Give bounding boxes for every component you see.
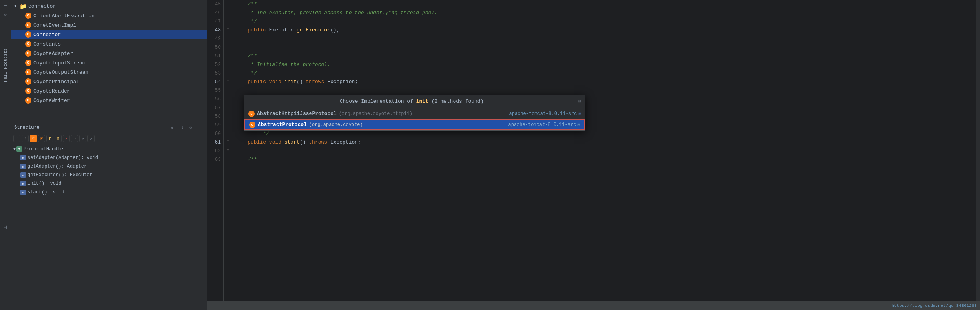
- struct-item-set-adapter[interactable]: m setAdapter(Adapter): void: [11, 153, 207, 162]
- filter-circle[interactable]: ○: [71, 135, 78, 142]
- structure-panel-header: Structure ⇅ ↑↓ ⚙ —: [11, 122, 207, 133]
- pull-requests-tab[interactable]: Pull Requests: [3, 48, 8, 82]
- popup-item-pkg-1: (org.apache.coyote.http11): [339, 109, 412, 118]
- tree-item-coyote-writer[interactable]: C CoyoteWriter: [11, 96, 207, 105]
- code-line-52: * Initialise the protocol.: [235, 60, 976, 69]
- popup-item-name-2: AbstractProtocol: [258, 120, 307, 129]
- class-icon: C: [25, 88, 31, 94]
- popup-item-name-1: AbstractHttp11JsseProtocol: [257, 109, 337, 118]
- line-num-63: 63: [207, 155, 221, 164]
- sidebar-icon-gear[interactable]: ⚙: [1, 10, 10, 19]
- popup-choose-implementation[interactable]: Choose Implementation of init (2 methods…: [244, 95, 585, 131]
- filter-class[interactable]: C: [30, 135, 37, 142]
- filter-property[interactable]: P: [38, 135, 45, 142]
- fold-marker-61[interactable]: ⊣: [225, 138, 231, 144]
- struct-item-label: setAdapter(Adapter): void: [27, 155, 98, 160]
- tree-item-constants[interactable]: C Constants: [11, 39, 207, 49]
- line-num-57: 57: [207, 104, 221, 112]
- tree-item-comet-event[interactable]: C CometEventImpl: [11, 20, 207, 30]
- code-line-53: */: [235, 69, 976, 78]
- tree-item-coyote-reader[interactable]: C CoyoteReader: [11, 86, 207, 96]
- popup-title-text: Choose Implementation of init (2 methods…: [248, 97, 575, 106]
- popup-expand-icon[interactable]: ⊞: [578, 97, 581, 106]
- line-num-49: 49: [207, 35, 221, 43]
- line-num-56: 56: [207, 95, 221, 104]
- code-line-48: public Executor getExecutor();: [235, 26, 976, 35]
- filter-method[interactable]: m: [55, 135, 62, 142]
- line-num-60: 60: [207, 129, 221, 138]
- code-line-63: /**: [235, 155, 976, 164]
- filter-arrow-in[interactable]: ↙: [87, 135, 95, 142]
- sidebar-icon-menu[interactable]: ☰: [1, 2, 10, 10]
- class-icon: C: [25, 50, 31, 57]
- struct-item-label: getExecutor(): Executor: [27, 172, 93, 178]
- sort-alpha-button[interactable]: ↑↓: [177, 124, 185, 131]
- line-num-58: 58: [207, 112, 221, 121]
- vertical-scrollbar[interactable]: [976, 0, 980, 301]
- code-line-50: [235, 43, 976, 52]
- filter-error[interactable]: ✕: [63, 135, 70, 142]
- filter-arrow-out[interactable]: ↗: [79, 135, 86, 142]
- structure-tree: ▼ I ProtocolHandler m setAdapter(Adapter…: [11, 144, 207, 197]
- struct-item-label: init(): void: [27, 181, 61, 186]
- code-line-54: public void init() throws Exception;: [235, 78, 976, 86]
- line-num-59: 59: [207, 121, 221, 129]
- popup-item-icon-2: C: [249, 122, 255, 128]
- struct-item-label: getAdapter(): Adapter: [27, 164, 87, 169]
- code-line-55: [235, 86, 976, 95]
- line-num-55: 55: [207, 86, 221, 95]
- tree-item-coyote-inputstream[interactable]: C CoyoteInputStream: [11, 58, 207, 67]
- tree-item-label: Connector: [33, 32, 61, 38]
- line-num-62: 62: [207, 147, 221, 155]
- fold-marker-48[interactable]: ⊣: [225, 26, 231, 31]
- tree-item-coyote-outputstream[interactable]: C CoyoteOutputStream: [11, 67, 207, 77]
- struct-item-init[interactable]: m init(): void: [11, 179, 207, 188]
- settings-button[interactable]: ⚙: [187, 124, 195, 131]
- popup-item-source-2: apache-tomcat-8.0.11-src: [508, 120, 576, 129]
- line-num-50: 50: [207, 43, 221, 52]
- tree-item-coyote-principal[interactable]: C CoyotePrincipal: [11, 77, 207, 86]
- class-icon: C: [25, 69, 31, 75]
- tree-item-label: Constants: [33, 41, 61, 47]
- struct-item-start[interactable]: m start(): void: [11, 188, 207, 197]
- fold-marker-59[interactable]: ◇: [225, 147, 231, 152]
- code-line-46: * The executor, provide access to the un…: [235, 9, 976, 17]
- struct-item-get-adapter[interactable]: m getAdapter(): Adapter: [11, 162, 207, 171]
- sort-button[interactable]: ⇅: [168, 124, 176, 131]
- struct-item-label: start(): void: [27, 190, 64, 195]
- method-icon: m: [20, 164, 26, 169]
- popup-item-icon-1: C: [248, 111, 255, 117]
- line-num-52: 52: [207, 60, 221, 69]
- method-icon: m: [20, 181, 26, 186]
- line-num-45: 45: [207, 0, 221, 9]
- filter-field[interactable]: f: [46, 135, 53, 142]
- popup-item-abstract-http11[interactable]: C AbstractHttp11JsseProtocol (org.apache…: [244, 108, 585, 119]
- code-line-51: /**: [235, 52, 976, 60]
- filter-sort-asc[interactable]: ↓↑: [13, 135, 20, 142]
- struct-item-protocol-handler[interactable]: ▼ I ProtocolHandler: [11, 145, 207, 153]
- line-num-51: 51: [207, 52, 221, 60]
- popup-item-source-1: apache-tomcat-8.0.11-src: [509, 109, 577, 118]
- filter-sort-desc[interactable]: ↑: [22, 135, 29, 142]
- tree-item-client-abort[interactable]: C ClientAbortException: [11, 11, 207, 20]
- popup-item-pkg-2: (org.apache.coyote): [309, 120, 363, 129]
- tree-item-connector-folder[interactable]: ▼ 📁 connector: [11, 2, 207, 11]
- status-bar: https://blog.csdn.net/qq_34361283: [207, 301, 980, 310]
- class-icon: C: [25, 41, 31, 47]
- class-icon: C: [25, 60, 31, 66]
- editor-gutter: ⊣ ⊣ ◇ ⊣: [224, 0, 232, 301]
- structure-panel-title: Structure: [14, 125, 168, 130]
- method-icon: m: [20, 172, 26, 178]
- struct-item-get-executor[interactable]: m getExecutor(): Executor: [11, 171, 207, 179]
- code-content: /** * The executor, provide access to th…: [232, 0, 976, 301]
- tree-item-coyote-adapter[interactable]: C CoyoteAdapter: [11, 49, 207, 58]
- sidebar-icon-bookmark[interactable]: ⊣: [1, 223, 10, 232]
- line-num-53: 53: [207, 69, 221, 78]
- line-num-54: 54: [207, 78, 221, 86]
- fold-marker-54[interactable]: ⊣: [225, 78, 231, 83]
- tree-item-connector[interactable]: C Connector: [11, 30, 207, 39]
- class-icon: C: [25, 22, 31, 28]
- close-button[interactable]: —: [196, 124, 204, 131]
- status-url[interactable]: https://blog.csdn.net/qq_34361283: [891, 303, 977, 308]
- popup-item-abstract-protocol[interactable]: C AbstractProtocol (org.apache.coyote) a…: [244, 119, 585, 130]
